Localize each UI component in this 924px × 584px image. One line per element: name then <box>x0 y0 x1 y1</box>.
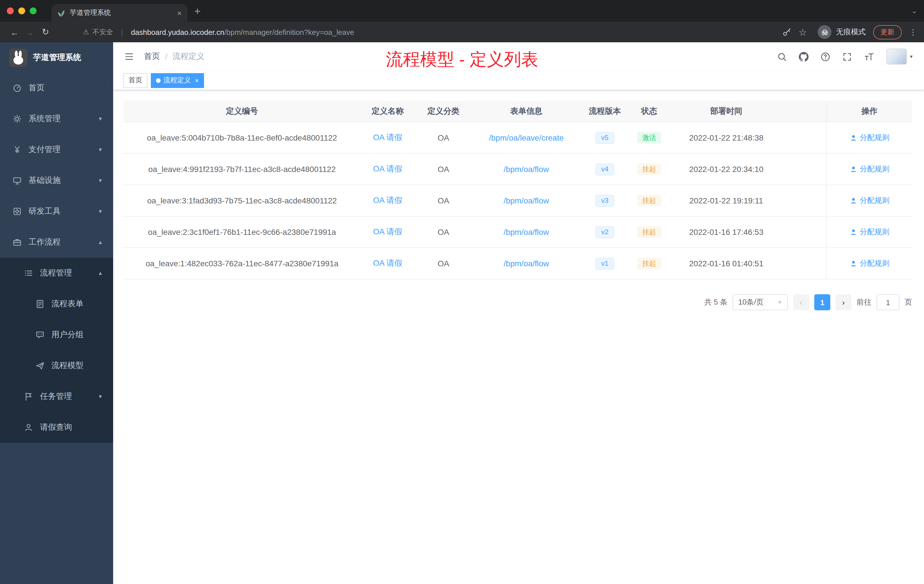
col-form-info: 表单信息 <box>472 101 581 122</box>
cell-category: OA <box>415 122 472 153</box>
sidebar-item-label: 系统管理 <box>28 114 61 124</box>
goto-page-input[interactable] <box>876 294 899 310</box>
gear-icon <box>13 114 22 124</box>
version-badge: v1 <box>596 257 614 269</box>
next-page-button[interactable]: › <box>835 294 851 310</box>
cell-definition-id: oa_leave:1:482ec033-762a-11ec-8477-a2380… <box>124 248 361 279</box>
omnibox[interactable]: ⚠ 不安全 | dashboard.yudao.iocoder.cn/bpm/m… <box>83 27 354 37</box>
yen-icon <box>13 145 22 154</box>
definition-name-link[interactable]: OA 请假 <box>373 195 403 206</box>
person-icon <box>850 260 857 267</box>
assign-rule-link[interactable]: 分配规则 <box>850 227 889 237</box>
form-info-link[interactable]: /bpm/oa/flow <box>504 165 549 174</box>
hamburger-icon[interactable] <box>125 52 134 61</box>
definition-name-link[interactable]: OA 请假 <box>373 133 403 143</box>
url-text[interactable]: dashboard.yudao.iocoder.cn/bpm/manager/d… <box>131 28 354 36</box>
sidebar-item-process-form[interactable]: 流程表单 <box>0 289 113 319</box>
briefcase-icon <box>13 238 22 247</box>
browser-toolbar: ← → ↻ ⚠ 不安全 | dashboard.yudao.iocoder.cn… <box>0 22 924 42</box>
breadcrumb-home[interactable]: 首页 <box>144 51 160 62</box>
sidebar-item-leave-query[interactable]: 请假查询 <box>0 412 113 443</box>
sidebar-item-process-management[interactable]: 流程管理 ▲ <box>0 258 113 289</box>
definition-name-link[interactable]: OA 请假 <box>373 227 403 237</box>
sidebar-item-home[interactable]: 首页 <box>0 73 113 104</box>
sidebar-item-process-model[interactable]: 流程模型 <box>0 350 113 381</box>
person-icon <box>24 423 33 432</box>
assign-rule-link[interactable]: 分配规则 <box>850 195 889 206</box>
table-row: oa_leave:2:3c1f0ef1-76b1-11ec-9c66-a2380… <box>124 216 912 248</box>
tab-search-icon[interactable]: ⌄ <box>911 7 917 14</box>
app: 芋道管理系统 首页 系统管理 ▼ 支付管理 ▼ <box>0 42 924 584</box>
window-minimize-button[interactable] <box>18 7 25 14</box>
tag-close-icon[interactable]: × <box>195 77 199 84</box>
page-size-select[interactable]: 10条/页 ▼ <box>733 294 788 310</box>
prev-page-button[interactable]: ‹ <box>793 294 809 310</box>
col-definition-id: 定义编号 <box>124 101 361 122</box>
version-badge: v2 <box>596 226 614 238</box>
tag-label: 流程定义 <box>163 76 191 85</box>
font-size-icon[interactable] <box>864 52 874 61</box>
fullscreen-icon[interactable] <box>843 52 852 61</box>
sidebar-item-infrastructure[interactable]: 基础设施 ▼ <box>0 165 113 196</box>
app-title: 芋道管理系统 <box>33 52 81 63</box>
sidebar-item-dev-tools[interactable]: 研发工具 ▼ <box>0 196 113 227</box>
github-icon[interactable] <box>799 52 809 61</box>
form-info-link[interactable]: /bpm/oa/flow <box>504 196 549 205</box>
browser-tab[interactable]: 芋道管理系统 × <box>51 4 187 22</box>
user-menu[interactable]: ▾ <box>886 49 912 64</box>
search-icon[interactable] <box>777 52 787 61</box>
reload-icon[interactable]: ↻ <box>38 27 53 37</box>
page-1-button[interactable]: 1 <box>814 294 830 310</box>
page-content: 定义编号 定义名称 定义分类 表单信息 流程版本 状态 部署时间 操作 oa_l… <box>113 90 924 584</box>
table-row: oa_leave:1:482ec033-762a-11ec-8477-a2380… <box>124 248 912 279</box>
cell-deploy-time: 2022-01-22 20:34:10 <box>669 154 784 185</box>
back-icon[interactable]: ← <box>7 27 22 37</box>
help-icon[interactable] <box>821 52 831 61</box>
sidebar-item-system[interactable]: 系统管理 ▼ <box>0 104 113 134</box>
browser-update-button[interactable]: 更新 <box>873 25 902 39</box>
form-info-link[interactable]: /bpm/oa/flow <box>504 228 549 237</box>
breadcrumb: 首页 / 流程定义 <box>144 51 205 62</box>
toolbox-icon <box>13 207 22 216</box>
definition-name-link[interactable]: OA 请假 <box>373 258 403 269</box>
col-spacer <box>784 101 826 122</box>
col-definition-name: 定义名称 <box>361 101 415 122</box>
tag-home[interactable]: 首页 <box>124 73 147 88</box>
form-info-link[interactable]: /bpm/oa/leave/create <box>489 133 564 142</box>
forward-icon[interactable]: → <box>22 27 38 37</box>
sidebar-item-task-management[interactable]: 任务管理 ▼ <box>0 381 113 412</box>
goto-prefix: 前往 <box>856 297 871 307</box>
assign-rule-link[interactable]: 分配规则 <box>850 133 889 143</box>
person-icon <box>850 197 857 204</box>
cell-category: OA <box>415 216 472 247</box>
table-row: oa_leave:3:1fad3d93-7b75-11ec-a3c8-acde4… <box>124 185 912 216</box>
password-key-icon[interactable] <box>782 27 791 36</box>
assign-rule-link[interactable]: 分配规则 <box>850 164 889 174</box>
definition-name-link[interactable]: OA 请假 <box>373 164 403 174</box>
sidebar-item-user-group[interactable]: 用户分组 <box>0 319 113 350</box>
url-path: /bpm/manager/definition?key=oa_leave <box>224 28 354 36</box>
assign-rule-link[interactable]: 分配规则 <box>850 258 889 269</box>
bookmark-star-icon[interactable]: ☆ <box>799 26 807 38</box>
user-avatar <box>886 49 907 64</box>
sidebar-item-label: 请假查询 <box>40 422 72 432</box>
browser-menu-icon[interactable]: ⋮ <box>909 27 917 36</box>
col-definition-category: 定义分类 <box>415 101 472 122</box>
users-icon <box>35 330 45 340</box>
new-tab-button[interactable]: + <box>194 5 201 16</box>
person-icon <box>850 165 857 173</box>
sidebar-item-label: 流程模型 <box>51 361 83 371</box>
sidebar-item-payment[interactable]: 支付管理 ▼ <box>0 134 113 165</box>
tab-close-icon[interactable]: × <box>177 9 182 17</box>
status-badge: 激活 <box>637 132 661 144</box>
window-close-button[interactable] <box>7 7 14 14</box>
screen: 芋道管理系统 × + ⌄ ← → ↻ ⚠ 不安全 | dashboard.yud… <box>0 0 924 584</box>
form-info-link[interactable]: /bpm/oa/flow <box>504 259 549 268</box>
site-favicon-icon <box>57 9 65 17</box>
tag-process-definition[interactable]: 流程定义 × <box>151 73 204 88</box>
table-header-row: 定义编号 定义名称 定义分类 表单信息 流程版本 状态 部署时间 操作 <box>124 101 912 122</box>
window-zoom-button[interactable] <box>30 7 36 14</box>
sidebar-item-workflow[interactable]: 工作流程 ▲ <box>0 227 113 258</box>
sidebar-logo[interactable]: 芋道管理系统 <box>0 42 113 73</box>
definition-table: 定义编号 定义名称 定义分类 表单信息 流程版本 状态 部署时间 操作 oa_l… <box>124 101 912 279</box>
